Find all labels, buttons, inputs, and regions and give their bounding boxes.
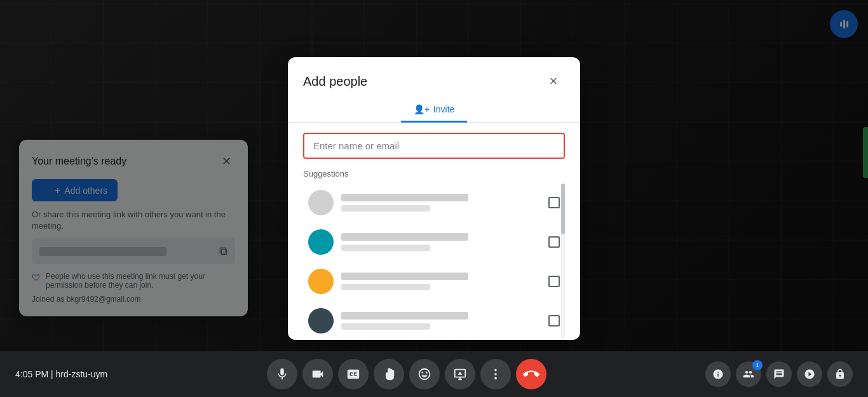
modal-header: Add people × xyxy=(288,57,580,93)
toolbar-meeting-id: hrd-zstu-uym xyxy=(56,369,108,379)
captions-button[interactable] xyxy=(338,359,369,389)
microphone-button[interactable] xyxy=(267,359,297,389)
toolbar-left: 4:05 PM | hrd-zstu-uym xyxy=(15,369,107,379)
raise-hand-button[interactable] xyxy=(374,359,404,389)
reactions-button[interactable] xyxy=(409,359,440,389)
list-item[interactable] xyxy=(303,262,565,300)
list-item[interactable] xyxy=(303,184,565,222)
svg-point-2 xyxy=(494,373,497,375)
suggestion-info xyxy=(341,233,541,251)
toolbar-right: 1 xyxy=(705,361,853,387)
suggestion-email xyxy=(341,284,430,290)
people-notification-badge: 1 xyxy=(752,360,763,370)
toolbar: 4:05 PM | hrd-zstu-uym xyxy=(0,351,868,397)
present-now-button[interactable] xyxy=(445,359,475,389)
suggestion-list-wrapper xyxy=(303,184,565,340)
suggestion-info xyxy=(341,273,541,290)
suggestion-checkbox[interactable] xyxy=(548,197,560,208)
scrollbar-thumb[interactable] xyxy=(561,184,565,234)
chat-button[interactable] xyxy=(766,361,792,387)
search-input-wrapper xyxy=(303,133,565,159)
suggestion-name xyxy=(341,194,468,201)
modal-title: Add people xyxy=(303,74,367,89)
suggestion-email xyxy=(341,323,430,330)
add-people-modal: Add people × 👤+ Invite Suggestions xyxy=(288,57,580,340)
list-item[interactable] xyxy=(303,302,565,340)
host-controls-button[interactable] xyxy=(827,361,853,387)
avatar xyxy=(308,190,334,215)
end-call-button[interactable] xyxy=(516,359,546,389)
camera-button[interactable] xyxy=(302,359,333,389)
search-input[interactable] xyxy=(313,140,555,151)
suggestion-name xyxy=(341,312,468,320)
scrollbar-track xyxy=(561,184,565,340)
modal-tabs: 👤+ Invite xyxy=(288,93,580,123)
avatar xyxy=(308,229,334,255)
suggestion-checkbox[interactable] xyxy=(548,276,560,287)
modal-close-button[interactable]: × xyxy=(542,70,565,93)
people-button-wrapper: 1 xyxy=(736,361,761,387)
suggestion-info xyxy=(341,194,541,212)
suggestion-checkbox[interactable] xyxy=(548,315,560,326)
svg-point-1 xyxy=(494,369,497,372)
suggestion-info xyxy=(341,312,541,330)
modal-overlay: Add people × 👤+ Invite Suggestions xyxy=(0,0,868,397)
more-options-button[interactable] xyxy=(480,359,511,389)
modal-search-section xyxy=(288,123,580,164)
suggestions-label: Suggestions xyxy=(303,169,565,178)
info-button[interactable] xyxy=(705,361,731,387)
svg-point-3 xyxy=(494,377,497,380)
list-item[interactable] xyxy=(303,223,565,261)
toolbar-time: 4:05 PM xyxy=(15,369,48,379)
suggestion-name xyxy=(341,233,468,241)
suggestion-checkbox[interactable] xyxy=(548,236,560,248)
person-add-icon: 👤+ xyxy=(414,104,430,114)
avatar xyxy=(308,308,334,333)
avatar xyxy=(308,269,334,294)
suggestions-section: Suggestions xyxy=(288,164,580,340)
svg-marker-0 xyxy=(458,372,462,375)
activities-button[interactable] xyxy=(797,361,822,387)
suggestion-name xyxy=(341,273,468,280)
suggestion-list xyxy=(303,184,565,340)
tab-invite-label: Invite xyxy=(433,104,454,114)
suggestion-email xyxy=(341,245,430,251)
tab-invite[interactable]: 👤+ Invite xyxy=(401,98,468,123)
suggestion-email xyxy=(341,205,430,212)
toolbar-center xyxy=(267,359,546,389)
